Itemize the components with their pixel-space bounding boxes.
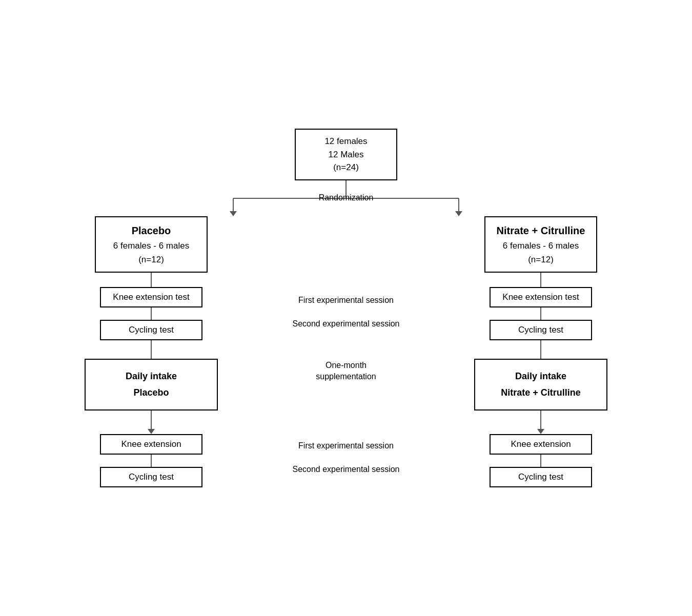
nitrate-box: Nitrate + Citrulline 6 females - 6 males… bbox=[484, 216, 597, 273]
flowchart: 12 females 12 Males (n=24) Randomization… bbox=[38, 118, 654, 498]
right-knee-ext-test-box: Knee extension test bbox=[490, 287, 592, 307]
svg-marker-3 bbox=[230, 211, 237, 216]
first-session-label: First experimental session bbox=[298, 296, 394, 305]
right-arrow-head bbox=[537, 429, 544, 434]
nitrate-title: Nitrate + Citrulline bbox=[496, 222, 586, 239]
right-arrow-connector bbox=[537, 410, 544, 434]
left-knee-ext-test-box: Knee extension test bbox=[100, 287, 202, 307]
left-daily-subtitle: Placebo bbox=[98, 384, 205, 401]
right-cycling-test-box: Cycling test bbox=[490, 320, 592, 340]
left-vline1 bbox=[151, 273, 152, 287]
first-session-label2: First experimental session bbox=[298, 441, 394, 450]
right-vline2 bbox=[540, 340, 541, 359]
left-connector2 bbox=[151, 455, 152, 467]
left-arrow-head bbox=[148, 429, 155, 434]
right-cycling-test-label: Cycling test bbox=[518, 325, 563, 335]
left-cycling-test2-box: Cycling test bbox=[100, 467, 202, 487]
left-arrow-connector bbox=[148, 410, 155, 434]
one-month-label1: One-month bbox=[325, 361, 367, 370]
left-knee-ext-test-label: Knee extension test bbox=[113, 292, 189, 302]
placebo-line2: 6 females - 6 males bbox=[106, 239, 196, 253]
right-daily-subtitle: Nitrate + Citrulline bbox=[487, 384, 594, 401]
left-daily-box: Daily intake Placebo bbox=[85, 359, 218, 410]
right-vline1 bbox=[540, 273, 541, 287]
placebo-box: Placebo 6 females - 6 males (n=12) bbox=[95, 216, 208, 273]
right-cycling-test2-label: Cycling test bbox=[518, 472, 563, 482]
right-knee-ext-box: Knee extension bbox=[490, 434, 592, 455]
right-daily-title: Daily intake bbox=[487, 368, 594, 384]
right-cycling-test2-box: Cycling test bbox=[490, 467, 592, 487]
left-connector1 bbox=[151, 307, 152, 320]
second-session-label: Second experimental session bbox=[292, 319, 399, 328]
right-knee-ext-label: Knee extension bbox=[511, 439, 571, 449]
randomization-label: Randomization bbox=[319, 193, 374, 202]
left-arrow-line bbox=[151, 410, 152, 429]
left-cycling-test-box: Cycling test bbox=[100, 320, 202, 340]
second-session-label2: Second experimental session bbox=[292, 465, 399, 474]
nitrate-line3: (n=12) bbox=[496, 253, 586, 266]
right-knee-ext-test-label: Knee extension test bbox=[502, 292, 579, 302]
left-cycling-test-label: Cycling test bbox=[129, 325, 174, 335]
right-connector1 bbox=[540, 307, 541, 320]
one-month-label2: supplementation bbox=[316, 372, 376, 381]
left-knee-ext-label: Knee extension bbox=[121, 439, 181, 449]
left-daily-title: Daily intake bbox=[98, 368, 205, 384]
placebo-title: Placebo bbox=[106, 222, 196, 239]
right-daily-box: Daily intake Nitrate + Citrulline bbox=[474, 359, 607, 410]
nitrate-line2: 6 females - 6 males bbox=[496, 239, 586, 253]
top-box-line1: 12 females bbox=[324, 136, 367, 146]
top-box: 12 females 12 Males (n=24) bbox=[295, 129, 397, 180]
left-cycling-test2-label: Cycling test bbox=[129, 472, 174, 482]
placebo-line3: (n=12) bbox=[106, 253, 196, 266]
right-arrow-line bbox=[540, 410, 541, 429]
top-box-line2: 12 Males bbox=[329, 150, 364, 159]
top-box-line3: (n=24) bbox=[333, 162, 359, 172]
left-vline2 bbox=[151, 340, 152, 359]
left-knee-ext-box: Knee extension bbox=[100, 434, 202, 455]
right-connector2 bbox=[540, 455, 541, 467]
svg-marker-5 bbox=[455, 211, 462, 216]
